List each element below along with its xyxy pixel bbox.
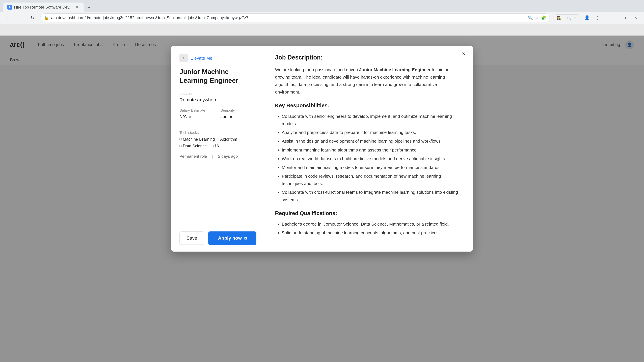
salary-seniority-grid: Salary Estimate N/A ⧉ Seniority Junior (180, 108, 256, 125)
meta-row: Permanent role | 2 days ago (180, 154, 256, 159)
tech-tag-dot (180, 138, 182, 140)
browser-actions: 🕵 Incognito 👤 ⋮ (553, 13, 602, 22)
intro-text-before: We are looking for a passionate and driv… (275, 67, 359, 72)
list-item: Collaborate with cross-functional teams … (282, 189, 463, 203)
tab-bar: A Hire Top Remote Software Dev... × + (0, 0, 644, 12)
salary-value: N/A ⧉ (180, 114, 216, 119)
profile-icon[interactable]: 👤 (582, 13, 591, 22)
qualifications-heading: Required Qualifications: (275, 210, 463, 216)
incognito-badge: 🕵 Incognito (553, 14, 581, 21)
company-logo-row: e Elevate Me (180, 54, 256, 62)
tech-tag-dot (217, 138, 219, 140)
list-item: Work on real-world datasets to build pre… (282, 155, 463, 162)
tech-stacks-section: Tech stacks Machine Learning Algorithm D… (180, 131, 256, 148)
list-item: Monitor and maintain existing models to … (282, 164, 463, 171)
new-tab-button[interactable]: + (85, 3, 94, 12)
list-item: Assist in the design and development of … (282, 137, 463, 145)
meta-separator: | (212, 154, 213, 159)
role-type: Permanent role (180, 154, 207, 159)
tech-stacks-label: Tech stacks (180, 131, 256, 135)
salary-external-link-icon[interactable]: ⧉ (189, 115, 191, 119)
address-bar[interactable]: 🔒 arc.dev/dashboard/d/remote-jobs/kdog3s… (40, 13, 550, 22)
list-item: Implement machine learning algorithms an… (282, 146, 463, 154)
extensions-icon[interactable]: 🧩 (541, 15, 546, 20)
seniority-section: Seniority Junior (220, 108, 256, 119)
reload-button[interactable]: ↻ (28, 13, 37, 22)
apply-now-label: Apply now (218, 236, 242, 241)
window-minimize-button[interactable]: ─ (608, 13, 617, 22)
responsibilities-heading: Key Responsibilities: (275, 102, 463, 109)
responsibilities-list: Collaborate with senior engineers to dev… (275, 113, 463, 203)
tech-tag-dot (180, 145, 182, 147)
list-item: Solid understanding of machine learning … (282, 229, 463, 237)
window-close-button[interactable]: × (631, 13, 640, 22)
menu-button[interactable]: ⋮ (593, 13, 602, 22)
list-item: Bachelor's degree in Computer Science, D… (282, 220, 463, 228)
save-button[interactable]: Save (180, 231, 204, 245)
company-logo: e (180, 54, 188, 62)
apply-now-button[interactable]: Apply now ⧉ (208, 231, 256, 245)
tab-close-button[interactable]: × (75, 5, 80, 10)
back-button[interactable]: ← (4, 13, 13, 22)
tab-favicon: A (8, 5, 12, 9)
modal-left-panel: e Elevate Me Junior Machine Learning Eng… (171, 45, 265, 252)
seniority-label: Seniority (220, 108, 256, 113)
salary-section: Salary Estimate N/A ⧉ (180, 108, 216, 119)
incognito-label: Incognito (562, 15, 578, 20)
modal-actions: Save Apply now ⧉ (180, 225, 256, 252)
qualifications-list: Bachelor's degree in Computer Science, D… (275, 220, 463, 237)
modal-overlay: × e Elevate Me Junior Machine Learning E… (0, 35, 644, 362)
star-icon[interactable]: ☆ (535, 15, 539, 20)
job-description-intro: We are looking for a passionate and driv… (275, 66, 463, 96)
salary-label: Salary Estimate (180, 108, 216, 113)
list-item: Analyze and preprocess data to prepare i… (282, 129, 463, 136)
tech-tag-data-science[interactable]: Data Science (180, 144, 207, 148)
intro-highlight: Junior Machine Learning Engineer (359, 67, 430, 72)
modal-right-panel: Job Description: We are looking for a pa… (265, 45, 473, 252)
tab-title: Hire Top Remote Software Dev... (14, 5, 72, 9)
window-maximize-button[interactable]: □ (620, 13, 628, 22)
location-section: Location Remote anywhere (180, 91, 256, 103)
tech-tag-algorithm[interactable]: Algorithm (217, 137, 237, 142)
posted-ago: 2 days ago (218, 154, 238, 159)
active-tab[interactable]: A Hire Top Remote Software Dev... × (3, 2, 84, 12)
lock-icon: 🔒 (44, 15, 49, 20)
job-modal: × e Elevate Me Junior Machine Learning E… (171, 45, 473, 252)
tech-tags: Machine Learning Algorithm Data Science … (180, 137, 256, 148)
incognito-icon: 🕵 (556, 15, 561, 20)
search-icon: 🔍 (528, 15, 533, 20)
job-description-title: Job Description: (275, 54, 463, 61)
job-title: Junior Machine Learning Engineer (180, 67, 256, 85)
location-value: Remote anywhere (180, 97, 256, 103)
list-item: Participate in code reviews, research, a… (282, 172, 463, 187)
address-bar-row: ← → ↻ 🔒 arc.dev/dashboard/d/remote-jobs/… (0, 12, 644, 24)
company-name-link[interactable]: Elevate Me (190, 56, 212, 61)
modal-close-button[interactable]: × (460, 50, 468, 58)
address-text: arc.dev/dashboard/d/remote-jobs/kdog3sf2… (51, 15, 526, 20)
tech-tag-dot (209, 145, 211, 147)
apply-external-link-icon: ⧉ (244, 236, 247, 241)
forward-button[interactable]: → (16, 13, 25, 22)
location-label: Location (180, 91, 256, 96)
tech-tag-more[interactable]: +16 (209, 144, 219, 148)
tech-tag-ml[interactable]: Machine Learning (180, 137, 215, 142)
list-item: Collaborate with senior engineers to dev… (282, 113, 463, 127)
seniority-value: Junior (220, 114, 256, 119)
